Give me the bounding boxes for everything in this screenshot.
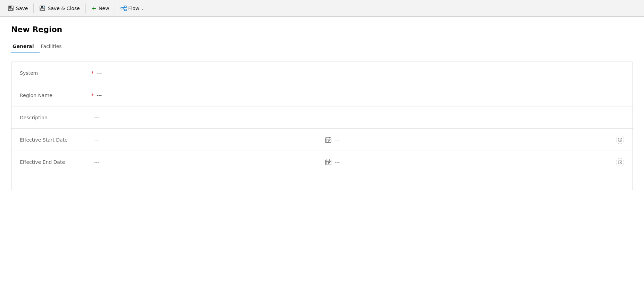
svg-rect-32 <box>327 163 327 164</box>
svg-line-24 <box>620 140 621 141</box>
svg-line-36 <box>620 162 621 163</box>
system-required: * <box>91 70 94 76</box>
effective-end-clock-icon[interactable] <box>616 158 624 166</box>
tabs: General Facilities <box>11 41 633 53</box>
toolbar-divider-1 <box>33 3 34 13</box>
page-content: New Region General Facilities System * -… <box>0 17 644 199</box>
system-value[interactable]: --- <box>97 70 624 76</box>
svg-rect-17 <box>327 140 327 141</box>
svg-rect-1 <box>9 6 11 8</box>
svg-rect-31 <box>329 162 330 163</box>
system-row: System * --- <box>11 62 633 84</box>
flow-button[interactable]: Flow ⌄ <box>116 2 149 14</box>
page-title: New Region <box>11 25 633 34</box>
effective-start-date-value[interactable]: --- <box>94 137 322 143</box>
save-close-icon <box>39 5 46 11</box>
svg-rect-3 <box>10 9 11 10</box>
region-name-value[interactable]: --- <box>97 93 624 98</box>
description-row: Description --- <box>11 106 633 129</box>
svg-rect-6 <box>41 8 44 10</box>
svg-rect-10 <box>124 9 126 11</box>
svg-rect-5 <box>41 6 43 8</box>
new-label: New <box>99 6 109 11</box>
svg-line-7 <box>43 6 45 7</box>
region-name-label: Region Name <box>20 93 89 98</box>
svg-rect-18 <box>328 140 329 141</box>
effective-start-date-label: Effective Start Date <box>20 137 89 143</box>
region-name-row: Region Name * --- <box>11 84 633 106</box>
empty-row <box>11 173 633 190</box>
svg-rect-30 <box>328 162 329 163</box>
svg-rect-21 <box>328 141 329 142</box>
description-value[interactable]: --- <box>94 115 624 120</box>
effective-start-date-left: Effective Start Date --- <box>20 137 322 143</box>
toolbar-divider-3 <box>115 3 115 13</box>
effective-start-date-row: Effective Start Date --- <box>11 129 633 151</box>
save-close-label: Save & Close <box>48 6 80 11</box>
description-label: Description <box>20 115 89 120</box>
toolbar: Save Save & Close + New <box>0 0 644 17</box>
svg-rect-33 <box>328 163 329 164</box>
new-button[interactable]: + New <box>86 2 114 15</box>
svg-rect-19 <box>329 140 330 141</box>
new-icon: + <box>91 5 97 12</box>
effective-end-date-left: Effective End Date --- <box>20 159 322 165</box>
save-icon <box>8 5 14 11</box>
region-name-required: * <box>91 93 94 98</box>
save-button[interactable]: Save <box>3 2 33 14</box>
save-close-button[interactable]: Save & Close <box>34 2 84 14</box>
effective-end-date-value[interactable]: --- <box>94 159 322 165</box>
system-label: System <box>20 70 89 76</box>
svg-rect-8 <box>121 7 123 9</box>
tab-facilities[interactable]: Facilities <box>40 41 67 53</box>
svg-rect-29 <box>327 162 327 163</box>
flow-icon <box>121 5 127 11</box>
save-label: Save <box>16 6 28 11</box>
flow-label: Flow <box>128 6 139 11</box>
svg-line-12 <box>123 8 124 10</box>
effective-end-time-value[interactable]: --- <box>335 159 613 165</box>
effective-end-date-row: Effective End Date --- <box>11 151 633 173</box>
effective-start-date-right: --- <box>322 136 624 144</box>
tab-general[interactable]: General <box>11 41 40 53</box>
flow-chevron-icon: ⌄ <box>141 6 144 11</box>
effective-end-date-label: Effective End Date <box>20 159 89 165</box>
effective-start-clock-icon[interactable] <box>616 136 624 144</box>
effective-end-date-right: --- <box>322 158 624 166</box>
effective-start-time-value[interactable]: --- <box>335 137 613 143</box>
svg-rect-20 <box>327 141 327 142</box>
svg-rect-9 <box>124 6 126 8</box>
effective-end-calendar-icon[interactable] <box>325 159 332 166</box>
form-container: System * --- Region Name * --- Descripti… <box>11 62 633 190</box>
effective-start-calendar-icon[interactable] <box>325 136 332 143</box>
toolbar-divider-2 <box>85 3 86 13</box>
